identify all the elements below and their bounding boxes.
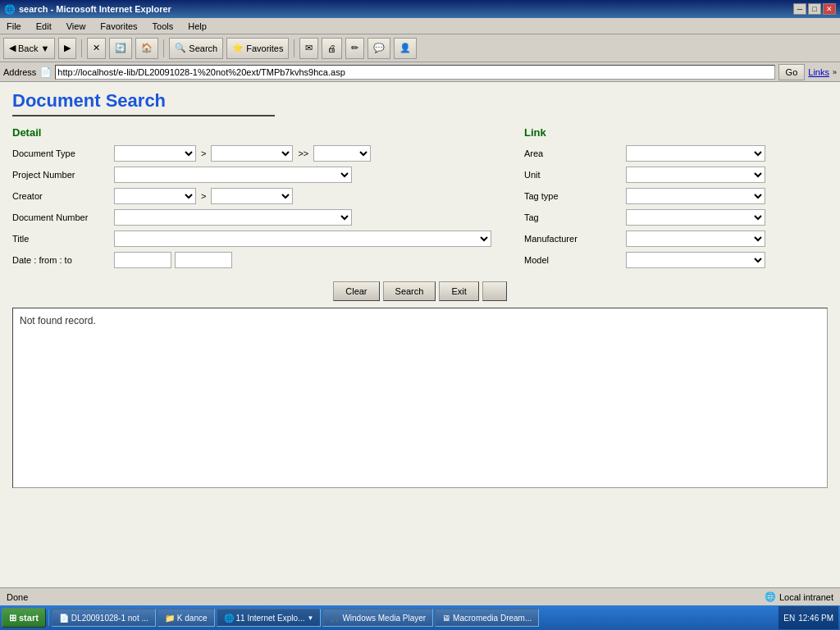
tag-type-select[interactable] (626, 188, 765, 204)
forward-button[interactable]: ▶ (58, 38, 76, 59)
button-row: Clear Search Exit (12, 281, 828, 301)
address-label: Address (3, 67, 36, 77)
messenger-icon: 👤 (399, 43, 411, 53)
model-select[interactable] (626, 252, 765, 268)
page-title: Document Search (12, 90, 828, 112)
favorites-toolbar-button[interactable]: ⭐ Favorites (226, 38, 289, 59)
area-row: Area (524, 145, 828, 162)
menu-bar: File Edit View Favorites Tools Help (0, 18, 840, 34)
status-left: Done (7, 592, 28, 602)
print-icon: 🖨 (327, 43, 336, 53)
back-dropdown-icon: ▼ (40, 43, 49, 53)
tag-type-row: Tag type (524, 188, 828, 204)
detail-header: Detail (12, 126, 491, 139)
doc-type-row: Document Type > >> (12, 145, 491, 162)
discuss-button[interactable]: 💬 (368, 38, 390, 59)
doc-number-label: Document Number (12, 212, 111, 222)
minimize-button[interactable]: ─ (793, 3, 806, 15)
zone-text: Local intranet (779, 592, 833, 602)
search-button[interactable]: Search (383, 281, 436, 301)
title-label: Title (12, 234, 111, 244)
title-select[interactable] (114, 231, 491, 247)
home-button[interactable]: 🏠 (135, 38, 158, 59)
exit-button[interactable]: Exit (439, 281, 478, 301)
menu-edit[interactable]: Edit (33, 21, 55, 31)
menu-tools[interactable]: Tools (149, 21, 177, 31)
go-button[interactable]: Go (778, 64, 806, 80)
edit-button[interactable]: ✏ (345, 38, 364, 59)
home-icon: 🏠 (141, 43, 153, 53)
status-text: Done (7, 592, 28, 602)
close-button[interactable]: ✕ (823, 3, 836, 15)
area-label: Area (524, 148, 623, 158)
links-button[interactable]: Links (808, 67, 829, 77)
search-toolbar-icon: 🔍 (175, 43, 186, 53)
zone-icon: 🌐 (765, 591, 776, 602)
model-label: Model (524, 255, 623, 265)
title-row: Title (12, 231, 491, 247)
messenger-button[interactable]: 👤 (394, 38, 417, 59)
status-right: 🌐 Local intranet (765, 591, 833, 602)
refresh-icon: 🔄 (115, 43, 126, 53)
link-header: Link (524, 126, 828, 139)
toolbar-separator-3 (294, 39, 294, 57)
page-icon: 📄 (39, 66, 52, 78)
favorites-toolbar-icon: ⭐ (232, 43, 244, 53)
stop-button[interactable]: ✕ (87, 38, 106, 59)
menu-favorites[interactable]: Favorites (97, 21, 140, 31)
title-bar-left: 🌐 search - Microsoft Internet Explorer (4, 4, 171, 15)
unit-select[interactable] (626, 167, 765, 183)
print-button[interactable]: 🖨 (322, 38, 342, 59)
date-to-input[interactable] (175, 252, 232, 268)
back-label: Back (18, 43, 38, 53)
toolbar-separator-2 (163, 39, 164, 57)
project-number-select[interactable] (114, 167, 352, 183)
clear-button[interactable]: Clear (333, 281, 379, 301)
operator-gt-2: > (199, 191, 208, 201)
refresh-button[interactable]: 🔄 (109, 38, 132, 59)
edit-icon: ✏ (351, 43, 358, 53)
stop-icon: ✕ (93, 43, 100, 53)
project-number-row: Project Number (12, 167, 491, 183)
doc-number-row: Document Number (12, 209, 491, 226)
search-toolbar-button[interactable]: 🔍 Search (169, 38, 223, 59)
tag-select[interactable] (626, 209, 765, 226)
menu-file[interactable]: File (3, 21, 25, 31)
menu-view[interactable]: View (63, 21, 89, 31)
unit-row: Unit (524, 167, 828, 183)
title-divider (12, 115, 275, 116)
links-expand-icon[interactable]: » (833, 68, 837, 76)
toolbar-separator-1 (81, 39, 82, 57)
creator-label: Creator (12, 191, 111, 201)
creator-select-1[interactable] (114, 188, 196, 204)
manufacturer-select[interactable] (626, 231, 765, 247)
date-from-input[interactable] (114, 252, 171, 268)
maximize-button[interactable]: □ (808, 3, 821, 15)
title-bar: 🌐 search - Microsoft Internet Explorer ─… (0, 0, 840, 18)
extra-button[interactable] (482, 281, 507, 301)
tag-type-label: Tag type (524, 191, 623, 201)
doc-type-select-2[interactable] (211, 145, 293, 162)
date-row: Date : from : to (12, 252, 491, 268)
doc-type-select-1[interactable] (114, 145, 196, 162)
results-area: Not found record. (12, 308, 828, 488)
mail-button[interactable]: ✉ (299, 38, 318, 59)
content-area: Document Search Detail Document Type > >… (0, 82, 840, 605)
project-number-label: Project Number (12, 170, 111, 180)
model-row: Model (524, 252, 828, 268)
tag-row: Tag (524, 209, 828, 226)
search-toolbar-label: Search (189, 43, 217, 53)
link-section: Link Area Unit Tag type Tag (524, 126, 828, 273)
doc-type-select-3[interactable] (313, 145, 371, 162)
creator-row: Creator > (12, 188, 491, 204)
creator-select-2[interactable] (211, 188, 293, 204)
menu-help[interactable]: Help (185, 21, 210, 31)
back-button[interactable]: ◀ Back ▼ (3, 38, 55, 59)
address-input[interactable] (55, 65, 774, 80)
area-select[interactable] (626, 145, 765, 162)
doc-number-select[interactable] (114, 209, 352, 226)
results-text: Not found record. (20, 315, 96, 326)
operator-gt-1: > (199, 148, 208, 158)
tag-label: Tag (524, 212, 623, 222)
status-bar: Done 🌐 Local intranet (0, 587, 840, 605)
